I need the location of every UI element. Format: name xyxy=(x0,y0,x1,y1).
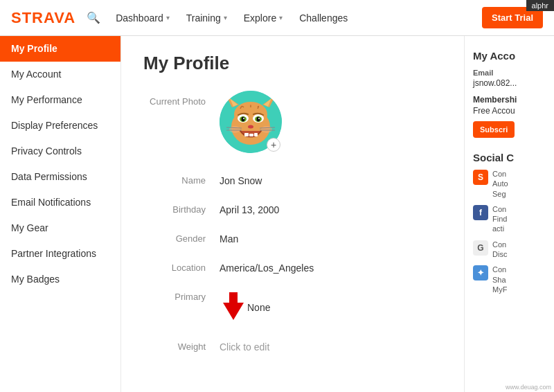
field-value-gender: Man xyxy=(220,231,238,244)
field-value-primary: None xyxy=(247,299,270,313)
nav-link-dashboard[interactable]: Dashboard▾ xyxy=(109,8,177,28)
sidebar-item-data-permissions[interactable]: Data Permissions xyxy=(0,164,120,190)
form-row: NameJon Snow xyxy=(143,172,442,186)
form-row: LocationAmerica/Los_Angeles xyxy=(143,260,442,274)
social-item-2[interactable]: GCon Disc xyxy=(473,240,546,260)
strava-icon: S xyxy=(473,170,488,185)
main-layout: My ProfileMy AccountMy PerformanceDispla… xyxy=(0,36,554,392)
svg-point-20 xyxy=(261,126,272,133)
svg-point-14 xyxy=(258,118,260,119)
sidebar-item-partner-integrations[interactable]: Partner Integrations xyxy=(0,241,120,267)
membership-label: Membershi xyxy=(473,95,546,105)
add-photo-button[interactable]: + xyxy=(267,138,280,152)
sidebar-item-privacy-controls[interactable]: Privacy Controls xyxy=(0,139,120,164)
page-title: My Profile xyxy=(143,53,442,74)
field-label-primary: Primary xyxy=(143,289,220,302)
sidebar-item-my-account[interactable]: My Account xyxy=(0,62,120,87)
arrow-annotation: None xyxy=(220,289,270,323)
field-value-birthday: April 13, 2000 xyxy=(220,202,279,215)
social-text-3: Con Sha MyF xyxy=(492,265,507,294)
profile-content: My Profile Current Photo xyxy=(121,36,464,392)
membership-value: Free Accou xyxy=(473,106,546,116)
field-value-weight[interactable]: Click to edit xyxy=(220,339,269,353)
social-item-0[interactable]: SCon Auto Seg xyxy=(473,169,546,199)
sidebar-item-my-gear[interactable]: My Gear xyxy=(0,215,120,241)
sidebar-item-my-badges[interactable]: My Badges xyxy=(0,267,120,292)
field-label-weight: Weight xyxy=(143,339,220,352)
social-items: SCon Auto SegfCon Find actiGCon Disc✦Con… xyxy=(473,169,546,294)
field-label-location: Location xyxy=(143,260,220,273)
sidebar-item-my-profile[interactable]: My Profile xyxy=(0,36,120,62)
chevron-down-icon: ▾ xyxy=(166,14,170,21)
chevron-down-icon: ▾ xyxy=(279,14,283,21)
photo-container[interactable]: + xyxy=(220,91,282,153)
my-account-title: My Acco xyxy=(473,50,546,62)
sidebar-item-my-performance[interactable]: My Performance xyxy=(0,87,120,113)
field-label-name: Name xyxy=(143,172,220,186)
alphr-badge: alphr xyxy=(526,0,554,11)
email-value: jsnow.082... xyxy=(473,78,546,88)
svg-point-11 xyxy=(242,117,245,122)
watermark: www.deuag.com xyxy=(506,384,551,391)
field-value-name: Jon Snow xyxy=(220,172,262,186)
social-text-0: Con Auto Seg xyxy=(492,169,508,199)
svg-rect-17 xyxy=(249,134,253,136)
red-arrow-icon xyxy=(220,289,247,323)
social-text-1: Con Find acti xyxy=(492,204,507,234)
svg-point-19 xyxy=(229,126,240,133)
svg-rect-16 xyxy=(244,133,249,136)
svg-point-15 xyxy=(248,125,253,129)
social-text-2: Con Disc xyxy=(492,240,507,260)
svg-marker-25 xyxy=(223,292,244,320)
social-item-3[interactable]: ✦Con Sha MyF xyxy=(473,265,546,294)
google-icon: G xyxy=(473,240,488,256)
star-icon: ✦ xyxy=(473,265,488,280)
svg-point-13 xyxy=(243,118,244,119)
nav-links: Dashboard▾Training▾Explore▾Challenges xyxy=(109,8,482,28)
strava-logo: STRAVA xyxy=(11,9,75,27)
social-title: Social C xyxy=(473,152,546,163)
right-panel: My Acco Email jsnow.082... Membershi Fre… xyxy=(464,36,554,392)
search-icon[interactable]: 🔍 xyxy=(87,11,100,24)
subscribe-button[interactable]: Subscri xyxy=(473,121,515,138)
sidebar: My ProfileMy AccountMy PerformanceDispla… xyxy=(0,36,121,392)
fb-icon: f xyxy=(473,205,488,220)
email-label: Email xyxy=(473,69,546,77)
social-item-1[interactable]: fCon Find acti xyxy=(473,204,546,234)
form-row: WeightClick to edit xyxy=(143,339,442,353)
svg-point-12 xyxy=(257,117,260,122)
chevron-down-icon: ▾ xyxy=(224,14,227,21)
svg-rect-18 xyxy=(254,133,258,136)
field-label-birthday: Birthday xyxy=(143,202,220,215)
profile-form: NameJon SnowBirthdayApril 13, 2000Gender… xyxy=(143,172,442,353)
nav-link-training[interactable]: Training▾ xyxy=(179,8,234,28)
form-row: GenderMan xyxy=(143,231,442,244)
nav-link-explore[interactable]: Explore▾ xyxy=(237,8,289,28)
photo-section: Current Photo xyxy=(143,91,442,153)
field-label-gender: Gender xyxy=(143,231,220,244)
topbar: STRAVA 🔍 Dashboard▾Training▾Explore▾Chal… xyxy=(0,0,554,36)
nav-link-challenges[interactable]: Challenges xyxy=(292,8,355,28)
form-row: BirthdayApril 13, 2000 xyxy=(143,202,442,215)
sidebar-item-email-notifications[interactable]: Email Notifications xyxy=(0,190,120,215)
photo-label: Current Photo xyxy=(143,91,220,107)
sidebar-item-display-preferences[interactable]: Display Preferences xyxy=(0,113,120,139)
field-value-location: America/Los_Angeles xyxy=(220,260,314,274)
form-row: PrimaryNone xyxy=(143,289,442,323)
